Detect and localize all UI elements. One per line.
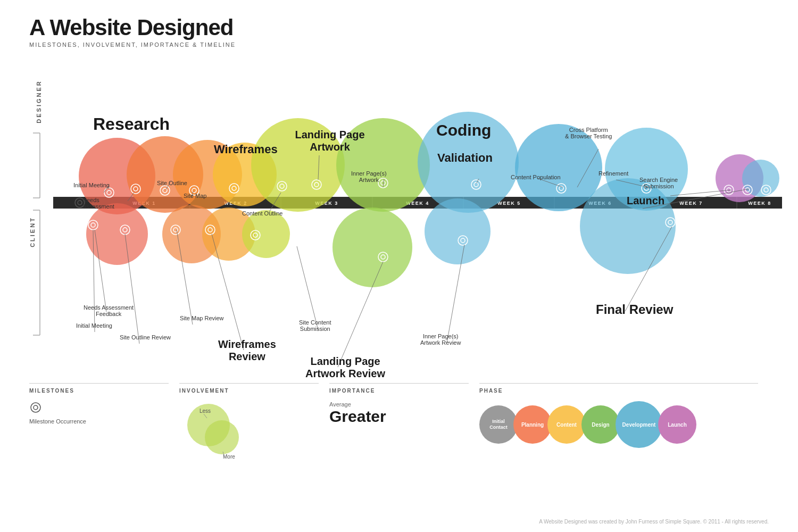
importance-average: Average	[329, 401, 469, 408]
legend-milestones: MILESTONES Milestone Occurrence	[29, 383, 179, 460]
chart-svg: WEEK 1 WEEK 2 WEEK 3 WEEK 4 WEEK 5 WEEK …	[0, 59, 798, 367]
svg-point-39	[580, 178, 676, 274]
importance-title: IMPORTANCE	[329, 383, 469, 394]
wireframes-review-label: WireframesReview	[218, 338, 276, 363]
svg-text:More: More	[223, 454, 235, 460]
initial-meeting-client: Initial Meeting	[76, 322, 112, 329]
initial-meeting-designer: Initial Meeting	[73, 182, 110, 188]
phase-planning: Planning	[513, 405, 552, 444]
phase-development: Development	[616, 401, 662, 448]
phase-initial-contact: InitialContact	[479, 405, 518, 444]
svg-text:WEEK 7: WEEK 7	[679, 201, 703, 206]
landing-page-artwork-label: Landing PageArtwork	[293, 129, 367, 153]
final-review-label: Final Review	[596, 302, 673, 317]
svg-point-80	[290, 237, 300, 247]
page-subtitle: MILESTONES, INVOLVEMENT, IMPORTANCE & TI…	[29, 41, 236, 48]
svg-text:Less: Less	[200, 408, 211, 414]
phase-design: Design	[581, 405, 620, 444]
svg-point-36	[242, 210, 290, 258]
inner-pages-review-label: Inner Page(s)Artwork Review	[420, 333, 461, 346]
header: A Website Designed MILESTONES, INVOLVEME…	[29, 15, 236, 48]
footer: A Website Designed was created by John F…	[539, 519, 769, 525]
cross-platform-label: Cross Platform& Browser Testing	[565, 127, 612, 139]
milestones-content: Milestone Occurrence	[29, 401, 169, 425]
importance-content: Average Greater	[329, 401, 469, 426]
milestones-title: MILESTONES	[29, 383, 169, 394]
legend-phase: PHASE InitialContact Planning Content De…	[479, 383, 769, 460]
site-outline-review-label: Site Outline Review	[120, 334, 171, 340]
milestone-label: Milestone Occurrence	[29, 418, 169, 425]
inner-pages-artwork-label: Inner Page(s)Artwork	[351, 170, 387, 183]
svg-text:WEEK 8: WEEK 8	[748, 201, 771, 206]
svg-point-113	[205, 420, 239, 454]
svg-point-37	[332, 207, 412, 287]
svg-point-111	[34, 405, 38, 410]
content-outline-label: Content Outline	[242, 210, 282, 217]
needs-assessment-label: NeedsAssessment	[82, 197, 114, 210]
site-map-label: Site Map	[184, 193, 206, 199]
phase-circles-container: InitialContact Planning Content Design D…	[479, 401, 758, 448]
svg-point-38	[425, 198, 491, 264]
legend-area: MILESTONES Milestone Occurrence INVOLVEM…	[29, 383, 769, 460]
phase-launch: Launch	[658, 405, 696, 444]
svg-line-106	[297, 246, 318, 330]
involvement-svg: Less More	[179, 401, 248, 460]
landing-page-review-label: Landing PageArtwork Review	[305, 355, 385, 380]
phase-content: Content	[547, 405, 586, 444]
content-population-label: Content Population	[511, 174, 561, 180]
legend-involvement: INVOLVEMENT Less More	[179, 383, 329, 460]
refinement-label: Refinement	[598, 170, 628, 177]
phase-title: PHASE	[479, 383, 758, 394]
importance-greater: Greater	[329, 408, 469, 426]
launch-label: Launch	[627, 195, 664, 207]
validation-label: Validation	[437, 151, 493, 165]
svg-text:WEEK 5: WEEK 5	[497, 201, 521, 206]
page-title: A Website Designed	[29, 15, 236, 40]
search-engine-label: Search EngineSubmission	[639, 177, 678, 189]
site-outline-label: Site Outline	[157, 180, 187, 186]
svg-point-32	[742, 160, 779, 197]
site-map-review-label: Site Map Review	[180, 315, 224, 321]
involvement-title: INVOLVEMENT	[179, 383, 319, 394]
wireframes-label: Wireframes	[214, 143, 278, 156]
needs-assessment-feedback-label: Needs AssessmentFeedback	[84, 304, 134, 317]
site-content-submission-label: Site ContentSubmission	[299, 319, 331, 332]
milestone-icon	[29, 401, 42, 414]
svg-point-110	[31, 403, 40, 412]
legend-importance: IMPORTANCE Average Greater	[329, 383, 479, 460]
svg-point-81	[293, 240, 297, 244]
coding-label: Coding	[436, 121, 491, 139]
research-label: Research	[93, 114, 170, 134]
